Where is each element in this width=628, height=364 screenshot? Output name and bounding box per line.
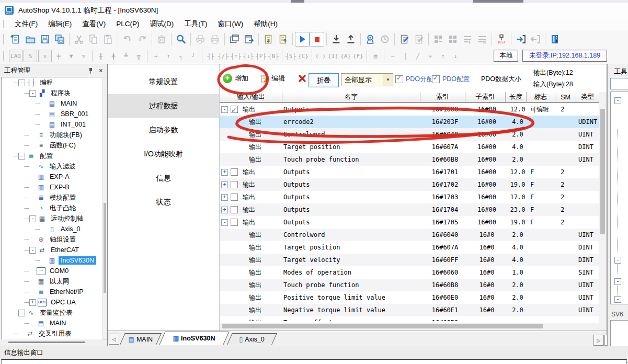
close-icon[interactable]: × [99,68,103,73]
pdo-row-modes-of-operation-166060[interactable]: 输出Modes of operation16#606016#01.0SINT [220,266,599,279]
collapse-box-icon[interactable]: - [18,153,25,160]
collapse-box-icon[interactable]: - [614,278,621,285]
collapse-box-icon[interactable]: - [614,97,621,104]
tab-scroll-right-button[interactable]: ▷ [593,335,604,346]
tree-item-label[interactable]: Axis_0 [59,225,83,233]
pdo-checkbox[interactable] [231,219,238,226]
column-header-5[interactable]: 标志 [527,92,555,102]
tree-item-label[interactable]: 轴组设置 [48,235,78,245]
column-header-2[interactable]: 索引 [420,92,465,102]
usb-test-icon[interactable]: TEST [494,32,509,47]
tree-item-label[interactable]: EXP-B [48,183,72,191]
import-table-icon[interactable] [261,32,276,47]
local-mode-button[interactable]: 本地 [494,50,518,62]
run-icon[interactable] [295,32,310,47]
collapse-box-icon[interactable]: - [29,215,36,222]
tree-item-int_001[interactable]: ▤INT_001 [2,119,103,130]
add-button[interactable]: + 增加 [223,74,248,83]
open-project-icon[interactable] [23,32,38,47]
collapse-box-icon[interactable]: - [614,257,621,264]
tree-item-label[interactable]: 运动控制轴 [49,214,86,224]
nav-tab-状态[interactable]: 状态 [108,190,219,214]
collapse-box-icon[interactable]: - [221,106,228,113]
export-table-icon[interactable] [276,32,290,47]
tree-item-fb[interactable]: ≡功能块(FB) [2,130,103,140]
tree-item-label[interactable]: 配置 [38,151,55,161]
pdo-row-outputs-161705[interactable]: -输出Outputs16#170516#0019.0F2 [220,216,599,229]
column-header-1[interactable]: 名字 [282,92,420,102]
tree-item-label[interactable]: 电子凸轮 [48,203,78,213]
pdo-row-controlword-166040[interactable]: 输出Controlword16#604016#02.0UINT [220,229,599,241]
collapse-box-icon[interactable]: - [614,296,621,303]
tree-item-[interactable]: -∿变量监控表 [2,308,103,318]
menu-t[interactable]: 工具(T) [179,18,212,30]
menu-f[interactable]: 文件(F) [9,18,43,30]
table-vertical-scrollbar[interactable] [599,92,607,330]
tree-item-label[interactable]: SBR_001 [59,110,91,118]
tree-item-label[interactable]: 输入滤波 [48,162,78,172]
tree-item-com0[interactable]: ⋯COM0 [2,266,103,276]
tree-item-[interactable]: -┤├编程 [2,77,103,88]
expand-box-icon[interactable]: + [221,181,228,188]
pdo-checkbox[interactable] [231,181,238,188]
pdo-row-target-position-16607A[interactable]: 输出Target position16#607A16#004.0DINT [220,141,599,153]
column-header-0[interactable]: 输入/输出 [220,92,282,102]
nav-tab-信息[interactable]: 信息 [108,166,219,190]
tree-item-[interactable]: ▦以太网 [2,276,103,287]
scrollbar-thumb[interactable] [8,342,85,343]
table-horizontal-scrollbar[interactable] [220,323,599,330]
pdo-checkbox[interactable] [231,106,238,113]
tree-item-label[interactable]: EtherNet/IP [48,288,86,296]
menu-v[interactable]: 查看(V) [77,18,111,30]
tree-item-label[interactable]: 交叉引用表 [37,329,74,339]
column-header-6[interactable]: SM [555,92,576,102]
scrollbar-thumb[interactable] [222,324,543,328]
scrollbar-thumb[interactable] [600,109,605,234]
tree-item-sbr_001[interactable]: ▤SBR_001 [2,109,103,119]
scrollbar-thumb[interactable] [104,203,106,293]
expand-box-icon[interactable]: + [221,207,228,213]
collapse-button[interactable]: 折叠 [309,73,339,87]
device-panel-icon[interactable] [547,32,562,47]
pdo-checkbox[interactable] [231,194,238,201]
monitor-icon[interactable] [363,32,378,47]
tree-item-label[interactable]: COM0 [48,267,71,275]
save-icon[interactable] [38,32,52,47]
pdo-row-target-velocity-1660FF[interactable]: 输出Target velocity16#60FF16#04.0DINT [220,254,599,266]
tab-scroll-left-button[interactable]: ◁ [109,334,119,345]
tree-item-opcua[interactable]: +OPCOPC UA [2,297,103,308]
tree-item-ethercat[interactable]: -⇄EtherCAT [2,245,103,255]
tree-item-exp-a[interactable]: ▥EXP-A [2,172,103,182]
display-filter-combobox[interactable]: 全部显示 ▼ [341,73,393,86]
toolbox-search-input[interactable] [610,78,628,89]
tree-item-main[interactable]: ▤MAIN [2,98,103,109]
edit-button[interactable]: 编辑 [260,74,285,83]
pdo-checkbox[interactable] [231,206,238,213]
pdo-row-touch-probe-function-1660B8[interactable]: 输出Touch probe function16#60B816#02.0UINT [220,279,599,291]
tree-item-label[interactable]: MAIN [59,99,79,108]
find-icon[interactable] [174,32,188,47]
tree-item-label[interactable]: 变量监控表 [38,308,75,318]
menu-d[interactable]: 调试(D) [145,18,179,30]
pdo-row-touch-probe-function-1660B8[interactable]: 输出Touch probe function16#60B816#002.0UIN… [220,153,599,166]
pdo-row-outputs-161702[interactable]: +输出Outputs16#170216#0019.0F2 [220,178,599,191]
pdo-checkbox[interactable] [231,168,238,176]
tree-item-[interactable]: ≣模块配置 [2,192,103,203]
collapse-box-icon[interactable]: - [18,310,25,316]
pdo-config-checkbox[interactable]: PDO配置 [432,75,470,84]
tree-item-exp-b[interactable]: ▥EXP-B [2,182,103,192]
download-plc-icon[interactable] [329,32,344,47]
pin-icon[interactable] [88,67,94,74]
toolbox-tree[interactable]: - - - - [610,92,628,304]
tree-item-[interactable]: -▦运动控制轴 [2,213,103,224]
tree-item-inosv630n[interactable]: ▥InoSV630N [2,255,103,266]
tree-item-main[interactable]: ▤MAIN [2,318,103,328]
edit-write-icon[interactable] [397,32,412,47]
tree-item-label[interactable]: 编程 [38,78,55,88]
chevron-down-icon[interactable]: ▼ [383,74,393,86]
tree-item-[interactable]: ⊛轴组设置 [2,234,103,245]
login-status-button[interactable]: 未登录:IP:192.168.1.189 [522,50,607,62]
menu-w[interactable]: 窗口(W) [213,18,249,30]
collapse-box-icon[interactable]: - [29,247,36,254]
menu-h[interactable]: 帮助(H) [248,18,283,30]
